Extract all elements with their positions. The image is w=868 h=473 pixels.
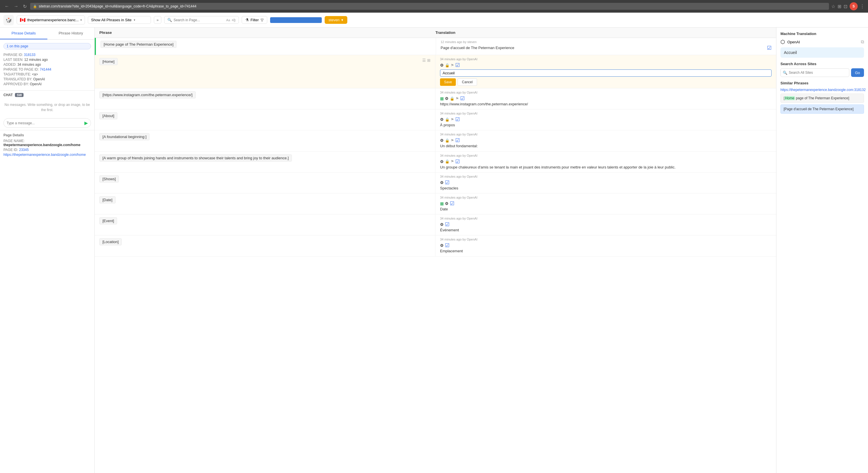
phrases-header: Phrase Translation xyxy=(95,28,776,38)
site-selector[interactable]: 🇨🇦 thepetermanexperience.banc... ▾ xyxy=(17,15,85,24)
similar-phrases-title: Similar Phrases xyxy=(780,81,864,85)
phrase-to-page-link[interactable]: 741444 xyxy=(40,67,51,71)
approved-by-val: OpenAI xyxy=(30,82,42,86)
lock-icon-5: 🔒 xyxy=(445,159,450,164)
mt-suggestion: Accueil xyxy=(780,48,864,58)
translation-text-4: Un début fondamental: xyxy=(440,144,772,149)
translated-by-label: TRANSLATED BY: xyxy=(3,77,32,81)
translation-cell-5: 34 minutes ago by OpenAI ⚙ 🔒 ⚑ ☑ Un grou… xyxy=(435,152,776,172)
phrase-cell-7: [Date] xyxy=(95,193,435,214)
openai-icon-5: ⚙ xyxy=(440,159,444,164)
openai-icon-1: ⚙ xyxy=(440,63,444,67)
translation-meta-4: 34 minutes ago by OpenAI xyxy=(440,133,772,136)
approved-by-label: APPROVED BY: xyxy=(3,82,29,86)
phrase-to-page-label: PHRASE TO PAGE ID: xyxy=(3,67,39,71)
search-page-input[interactable] xyxy=(174,18,224,22)
bookmark-button[interactable]: ☆ xyxy=(831,4,835,9)
page-name-value: thepetermanexperience.bandzoogle.com/hom… xyxy=(3,143,81,147)
progress-bar xyxy=(270,17,322,23)
chat-input[interactable] xyxy=(7,121,83,125)
browser-actions: ☆ ⊞ ⊡ S ⋮ xyxy=(831,2,865,10)
translation-cell-4: 34 minutes ago by OpenAI ⚙ 🔒 ⚑ ☑ Un débu… xyxy=(435,130,776,151)
check-icon-0: ☑ xyxy=(767,45,772,51)
highlight-home: Home xyxy=(784,96,795,100)
page-id-link[interactable]: 23345 xyxy=(19,148,28,152)
lock-icon-2: 🔒 xyxy=(450,96,454,101)
back-button[interactable]: ← xyxy=(3,3,10,10)
search-across-title: Search Across Sites xyxy=(780,62,864,66)
phrase-filter-label: Show All Phrases in Site xyxy=(91,18,131,22)
search-all-sites-input[interactable] xyxy=(780,68,849,77)
tab-phrase-details[interactable]: Phrase Details xyxy=(0,28,48,39)
user-dropdown-arrow: ▾ xyxy=(341,18,343,22)
search-page-icon: 🔍 xyxy=(167,18,172,22)
openai-icon-6: ⚙ xyxy=(440,180,444,185)
translation-cell-9: 34 minutes ago by OpenAI ⚙ ☑ Emplacement xyxy=(435,235,776,256)
flag-icon: 🇨🇦 xyxy=(20,17,26,23)
phrase-cell-9: [Location] xyxy=(95,235,435,256)
responsive-button[interactable]: ⊡ xyxy=(844,4,847,9)
url-bar[interactable]: 🔒 sitetran.com/translate?site_id=2043&pa… xyxy=(30,3,829,10)
phrase-text-5: [A warm group of friends joining hands a… xyxy=(99,154,292,162)
table-row: [Event] 34 minutes ago by OpenAI ⚙ ☑ Évé… xyxy=(95,214,776,235)
green-table-icon-7: ▦ xyxy=(440,201,444,206)
phrase-text-7: [Date] xyxy=(99,196,116,203)
phrase-id-link[interactable]: 318133 xyxy=(24,53,35,57)
tab-phrase-history[interactable]: Phrase History xyxy=(48,28,95,39)
translation-meta-6: 34 minutes ago by OpenAI xyxy=(440,175,772,178)
cancel-button-1[interactable]: Cancel xyxy=(458,78,477,86)
phrase-text-1: [Home] xyxy=(99,58,118,65)
last-seen-label: LAST SEEN: xyxy=(3,58,23,62)
chat-empty-message: No messages. Write something, or drop an… xyxy=(3,99,91,115)
user-menu-button[interactable]: steven ▾ xyxy=(324,16,347,24)
translation-cell-6: 34 minutes ago by OpenAI ⚙ ☑ Spectacles xyxy=(435,172,776,193)
grid-icon-1[interactable]: ⊞ xyxy=(427,58,431,63)
copy-button[interactable]: ⧉ xyxy=(861,39,864,44)
lock-icon: 🔒 xyxy=(33,5,37,8)
phrase-text-2: [https://www.instagram.com/the.peterman.… xyxy=(99,91,196,98)
openai-icon-9: ⚙ xyxy=(440,243,444,248)
more-button[interactable]: ⋮ xyxy=(860,4,865,9)
translation-meta-5: 34 minutes ago by OpenAI xyxy=(440,154,772,157)
translation-input-1[interactable] xyxy=(440,69,772,76)
table-row: [A foundational beginning:] 34 minutes a… xyxy=(95,130,776,151)
last-seen-val: 12 minutes ago xyxy=(24,58,48,62)
openai-icon-2: ⚙ xyxy=(445,96,448,101)
send-button[interactable]: ▶ xyxy=(84,120,88,126)
check-icon-7: ☑ xyxy=(450,200,454,207)
chat-badge: SW xyxy=(15,93,24,97)
go-button[interactable]: Go xyxy=(851,68,864,77)
list-icon-1[interactable]: ☰ xyxy=(422,58,426,63)
check-icon-8: ☑ xyxy=(445,221,450,228)
forward-button[interactable]: » xyxy=(154,16,161,24)
flag-icon-4: ⚑ xyxy=(451,138,454,143)
flag-icon-1: ⚑ xyxy=(451,63,454,67)
lock-icon-1: 🔒 xyxy=(445,63,450,67)
save-button-1[interactable]: Save xyxy=(440,78,456,86)
translation-meta-0: 12 minutes ago by steven xyxy=(441,40,772,43)
phrase-suffix: page of The Peterman Experience] xyxy=(795,96,849,100)
tag-val: <a> xyxy=(32,72,38,76)
green-table-icon-2: ▦ xyxy=(440,96,444,101)
phrases-body: [Home page of The Peterman Experience] 1… xyxy=(95,38,776,473)
openai-icon-3: ⚙ xyxy=(440,117,444,122)
table-row: [About] 34 minutes ago by OpenAI ⚙ 🔒 ⚑ ☑… xyxy=(95,109,776,130)
refresh-button[interactable]: ↻ xyxy=(22,3,28,10)
filter-button[interactable]: ⚗ Filter ▽ xyxy=(242,16,267,24)
extensions-button[interactable]: ⊞ xyxy=(838,4,841,9)
check-icon-2: ☑ xyxy=(460,95,465,102)
avatar[interactable]: S xyxy=(849,2,858,10)
flag-icon-3: ⚑ xyxy=(451,117,454,122)
translation-text-6: Spectacles xyxy=(440,186,772,191)
similar-phrase-link[interactable]: https://thepetermanexperience.bandzoogle… xyxy=(780,88,866,92)
page-name-label: PAGE NAME: xyxy=(3,139,25,143)
phrase-cell-2: [https://www.instagram.com/the.peterman.… xyxy=(95,88,435,109)
openai-icon-8: ⚙ xyxy=(440,222,444,227)
phrase-meta: PHRASE ID: 318133 LAST SEEN: 12 minutes … xyxy=(0,52,94,90)
phrase-cell-0: [Home page of The Peterman Experience] xyxy=(96,38,436,55)
page-url-link[interactable]: https://thepetermanexperience.bandzoogle… xyxy=(3,153,86,157)
forward-button[interactable]: → xyxy=(12,3,20,10)
phrase-filter-dropdown[interactable]: Show All Phrases in Site ▾ xyxy=(88,16,151,24)
translation-cell-1: 34 minutes ago by OpenAI ⚙ 🔒 ⚑ ☑ Save Ca… xyxy=(435,55,776,88)
lock-icon-3: 🔒 xyxy=(445,117,450,122)
